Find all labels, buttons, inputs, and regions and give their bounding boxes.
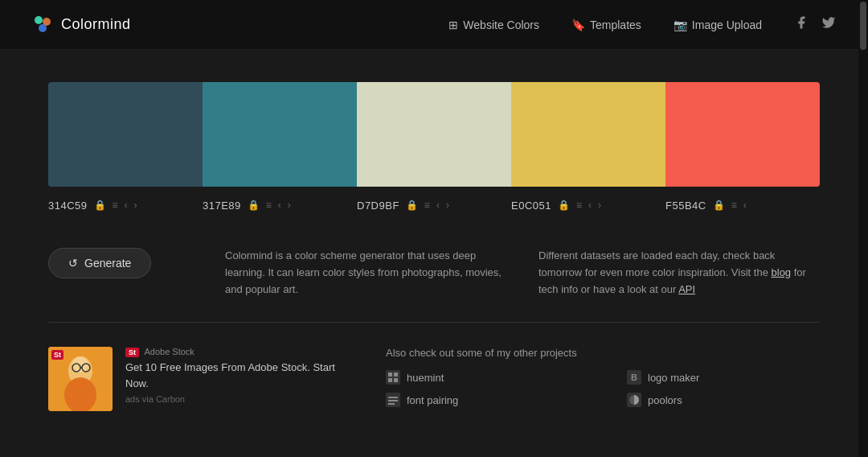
hex-code-2: 317E89 — [203, 200, 241, 212]
hex-item-3: D7D9BF 🔒 ≡ ‹ › — [357, 195, 511, 216]
hex-code-3: D7D9BF — [357, 200, 399, 212]
hex-item-2: 317E89 🔒 ≡ ‹ › — [203, 195, 357, 216]
hex-item-5: F55B4C 🔒 ≡ ‹ — [665, 195, 820, 216]
hex-item-4: E0C051 🔒 ≡ ‹ › — [511, 195, 665, 216]
bottom-section: ↺ Generate Colormind is a color scheme g… — [48, 248, 820, 298]
menu-icon-3[interactable]: ≡ — [423, 198, 432, 212]
svg-point-0 — [35, 16, 43, 24]
menu-icon-2[interactable]: ≡ — [264, 198, 273, 212]
prev-icon-1[interactable]: ‹ — [123, 198, 129, 212]
lock-icon-3[interactable]: 🔒 — [404, 198, 420, 212]
header: Colormind ⊞ Website Colors 🔖 Templates 📷… — [0, 0, 868, 50]
prev-icon-4[interactable]: ‹ — [587, 198, 593, 212]
project-huemint[interactable]: huemint — [386, 370, 579, 385]
nav-templates[interactable]: 🔖 Templates — [571, 19, 641, 31]
projects-section: Also check out some of my other projects… — [386, 347, 820, 407]
svg-rect-11 — [394, 373, 398, 377]
scrollbar[interactable] — [858, 0, 868, 457]
svg-rect-12 — [388, 378, 392, 382]
scrollbar-thumb[interactable] — [860, 2, 866, 50]
api-link[interactable]: API — [678, 283, 695, 295]
project-poolors[interactable]: poolors — [627, 393, 820, 407]
desc-right-before: Different datasets are loaded each day, … — [538, 249, 775, 278]
color-palette — [48, 82, 820, 187]
poolors-icon — [627, 393, 641, 407]
section-divider — [48, 322, 820, 323]
prev-icon-5[interactable]: ‹ — [742, 198, 748, 212]
main-content: 314C59 🔒 ≡ ‹ › 317E89 🔒 ≡ ‹ › D7D9BF 🔒 ≡ — [0, 50, 868, 443]
svg-rect-10 — [388, 373, 392, 377]
lock-icon-1[interactable]: 🔒 — [92, 198, 108, 212]
swatch-4[interactable] — [511, 82, 665, 187]
next-icon-3[interactable]: › — [444, 198, 451, 212]
generate-button[interactable]: ↺ Generate — [48, 248, 151, 278]
ad-title[interactable]: Get 10 Free Images From Adobe Stock. Sta… — [125, 360, 354, 391]
svg-point-5 — [64, 377, 96, 411]
font-pairing-label: font pairing — [407, 394, 458, 406]
prev-icon-2[interactable]: ‹ — [276, 198, 283, 212]
swatch-3[interactable] — [357, 82, 511, 187]
menu-icon-4[interactable]: ≡ — [575, 198, 583, 212]
projects-grid: huemint B logo maker font pairing — [386, 370, 820, 407]
project-logo-maker[interactable]: B logo maker — [627, 370, 820, 385]
prev-icon-3[interactable]: ‹ — [435, 198, 441, 212]
bookmark-icon: 🔖 — [571, 19, 585, 31]
nav-website-colors[interactable]: ⊞ Website Colors — [448, 19, 539, 31]
logo-area: Colormind — [32, 14, 131, 36]
ad-box: St St Adobe Stock — [48, 347, 354, 411]
facebook-icon[interactable] — [794, 15, 809, 34]
svg-rect-16 — [388, 403, 395, 405]
font-pairing-icon — [386, 393, 400, 407]
logo-maker-label: logo maker — [648, 372, 699, 384]
lock-icon-5[interactable]: 🔒 — [711, 198, 727, 212]
adobe-badge: St — [51, 350, 63, 360]
projects-title: Also check out some of my other projects — [386, 347, 820, 359]
logo-icon — [32, 14, 55, 36]
generate-area: ↺ Generate — [48, 248, 193, 278]
huemint-label: huemint — [407, 372, 444, 384]
ad-image: St — [48, 347, 113, 411]
next-icon-4[interactable]: › — [596, 198, 603, 212]
svg-point-2 — [39, 24, 47, 32]
svg-rect-14 — [388, 397, 398, 398]
ad-brand: St Adobe Stock — [125, 347, 354, 356]
huemint-icon — [386, 370, 400, 385]
next-icon-1[interactable]: › — [133, 198, 139, 212]
hex-code-4: E0C051 — [511, 200, 551, 212]
next-icon-2[interactable]: › — [286, 198, 293, 212]
blog-link[interactable]: blog — [772, 266, 792, 278]
nav-image-upload[interactable]: 📷 Image Upload — [674, 19, 762, 31]
grid-icon: ⊞ — [448, 19, 458, 31]
nav-links: ⊞ Website Colors 🔖 Templates 📷 Image Upl… — [448, 19, 762, 31]
ad-content: St Adobe Stock Get 10 Free Images From A… — [125, 347, 354, 404]
ad-sub: ads via Carbon — [125, 394, 354, 404]
menu-icon-5[interactable]: ≡ — [730, 198, 739, 212]
logo-text: Colormind — [61, 16, 131, 33]
swatch-1[interactable] — [48, 82, 203, 187]
lock-icon-2[interactable]: 🔒 — [246, 198, 261, 212]
social-icons — [794, 15, 836, 34]
hex-row: 314C59 🔒 ≡ ‹ › 317E89 🔒 ≡ ‹ › D7D9BF 🔒 ≡ — [48, 195, 820, 216]
footer-section: St St Adobe Stock — [48, 347, 820, 427]
swatch-2[interactable] — [203, 82, 357, 187]
twitter-icon[interactable] — [821, 15, 836, 34]
lock-icon-4[interactable]: 🔒 — [556, 198, 571, 212]
project-font-pairing[interactable]: font pairing — [386, 393, 579, 407]
hex-code-5: F55B4C — [665, 200, 706, 212]
svg-rect-15 — [388, 400, 398, 401]
hex-item-1: 314C59 🔒 ≡ ‹ › — [48, 195, 203, 216]
description-right: Different datasets are loaded each day, … — [538, 248, 820, 298]
logo-maker-icon: B — [627, 370, 641, 385]
swatch-5[interactable] — [665, 82, 820, 187]
refresh-icon: ↺ — [68, 257, 78, 270]
hex-code-1: 314C59 — [48, 200, 88, 212]
svg-rect-13 — [394, 378, 398, 382]
menu-icon-1[interactable]: ≡ — [111, 198, 120, 212]
camera-icon: 📷 — [674, 19, 687, 31]
description-left: Colormind is a color scheme generator th… — [225, 248, 506, 298]
poolors-label: poolors — [648, 394, 682, 406]
